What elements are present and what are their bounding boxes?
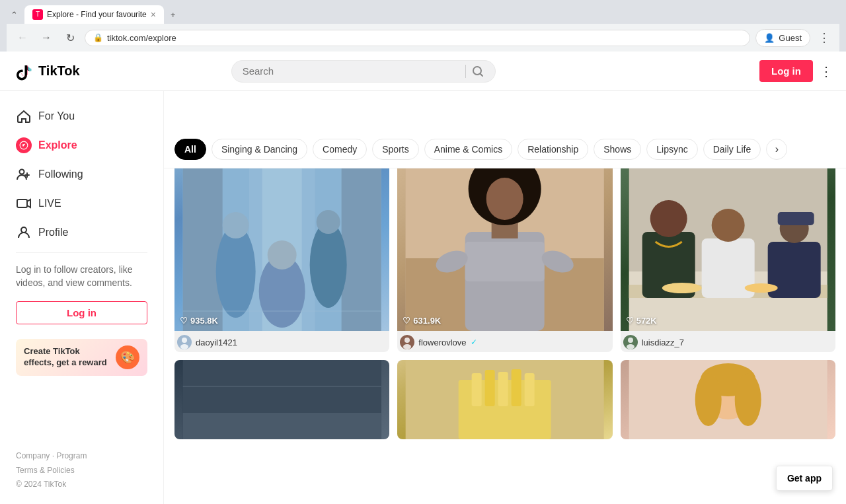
- author-name-3: luisdiazz_7: [642, 338, 684, 347]
- tab-anime-comics[interactable]: Anime & Comics: [424, 139, 512, 160]
- video-likes-1: ♡ 935.8K: [180, 316, 218, 326]
- video-card-4[interactable]: [174, 360, 389, 439]
- sidebar-promo-banner[interactable]: Create TikTok effects, get a reward 🎨: [16, 339, 147, 376]
- svg-point-41: [711, 209, 744, 242]
- guest-button[interactable]: 👤 Guest: [755, 29, 810, 47]
- url-text: tiktok.com/explore: [107, 33, 742, 43]
- tab-singing-dancing[interactable]: Singing & Dancing: [212, 139, 307, 160]
- tab-relationship[interactable]: Relationship: [518, 139, 588, 160]
- svg-point-64: [734, 373, 761, 426]
- sidebar-for-you-label: For You: [38, 110, 75, 122]
- reload-button[interactable]: ↻: [61, 28, 79, 47]
- svg-point-28: [486, 178, 523, 220]
- tab-comedy[interactable]: Comedy: [313, 139, 367, 160]
- heart-icon-1: ♡: [180, 316, 188, 326]
- sidebar-login-button[interactable]: Log in: [16, 301, 147, 324]
- profile-icon: [16, 225, 32, 240]
- new-tab-button[interactable]: +: [167, 7, 180, 22]
- video-grid: ♡ 935.8K daoyil1421: [164, 129, 846, 450]
- video-likes-2: ♡ 631.9K: [403, 316, 441, 326]
- video-card-5[interactable]: [397, 360, 612, 439]
- sidebar-item-following[interactable]: Following: [5, 160, 158, 189]
- tab-sports[interactable]: Sports: [372, 139, 418, 160]
- promo-text: Create TikTok effects, get a reward: [24, 346, 110, 369]
- search-button[interactable]: [471, 65, 484, 78]
- author-name-1: daoyil1421: [196, 338, 237, 347]
- sidebar-divider: [16, 252, 147, 253]
- search-divider: [465, 65, 466, 78]
- video-card-1[interactable]: ♡ 935.8K daoyil1421: [174, 139, 389, 352]
- svg-point-16: [317, 210, 340, 234]
- svg-rect-56: [485, 370, 495, 406]
- logo-area[interactable]: TikTok: [13, 61, 99, 82]
- guest-avatar-icon: 👤: [764, 33, 775, 43]
- tab-favicon: T: [32, 9, 43, 20]
- verified-badge-2: ✓: [471, 338, 477, 347]
- app-header: TikTok Log in ⋮: [0, 52, 846, 91]
- tab-lipsync[interactable]: Lipsync: [646, 139, 697, 160]
- svg-point-48: [627, 344, 634, 349]
- svg-point-13: [216, 225, 256, 318]
- video-likes-3: ♡ 572K: [626, 316, 657, 326]
- svg-point-39: [650, 200, 687, 237]
- author-avatar-1: [177, 335, 192, 349]
- sidebar-item-for-you[interactable]: For You: [5, 102, 158, 131]
- tab-shows[interactable]: Shows: [594, 139, 641, 160]
- back-button[interactable]: ←: [13, 28, 32, 47]
- svg-point-14: [223, 212, 249, 238]
- tab-all[interactable]: All: [174, 139, 206, 160]
- sidebar-item-explore[interactable]: Explore: [5, 131, 158, 160]
- heart-icon-2: ♡: [403, 316, 410, 326]
- svg-point-46: [744, 283, 777, 293]
- get-app-button[interactable]: Get app: [776, 466, 833, 491]
- video-thumbnail-4: [174, 360, 389, 439]
- author-avatar-3: [623, 335, 638, 349]
- forward-button[interactable]: →: [37, 28, 56, 47]
- logo-text: TikTok: [38, 63, 80, 79]
- video-scene-5: [397, 360, 612, 439]
- video-card-6[interactable]: [621, 360, 835, 439]
- svg-point-5: [20, 170, 24, 174]
- tab-daily-life[interactable]: Daily Life: [703, 139, 761, 160]
- live-icon: [16, 196, 32, 211]
- main-layout: For You Explore Following: [0, 91, 846, 504]
- tab-list-button[interactable]: ⌃: [7, 7, 22, 22]
- svg-rect-58: [512, 369, 521, 406]
- sidebar-item-live[interactable]: LIVE: [5, 189, 158, 218]
- svg-point-45: [662, 283, 701, 293]
- video-card-3[interactable]: ♡ 572K luisdiazz_7: [621, 139, 835, 352]
- header-right: Log in ⋮: [759, 60, 833, 82]
- login-button[interactable]: Log in: [759, 60, 813, 82]
- explore-icon: [16, 137, 32, 153]
- tiktok-logo-icon: [13, 61, 34, 82]
- video-thumbnail-5: [397, 360, 612, 439]
- footer-program-link[interactable]: Program: [56, 451, 87, 460]
- browser-chrome: ⌃ T Explore - Find your favourite × + ← …: [0, 0, 846, 52]
- following-icon: [16, 166, 32, 182]
- footer-terms-link[interactable]: Terms & Policies: [16, 466, 75, 475]
- content-area: All Singing & Dancing Comedy Sports Anim…: [164, 91, 846, 504]
- lock-icon: 🔒: [93, 33, 103, 42]
- sidebar-item-profile[interactable]: Profile: [5, 218, 158, 247]
- sidebar-live-label: LIVE: [38, 198, 61, 209]
- address-bar[interactable]: 🔒 tiktok.com/explore: [85, 30, 750, 46]
- tab-title: Explore - Find your favourite: [47, 10, 147, 19]
- video-card-2[interactable]: ♡ 631.9K flowerovlove ✓: [397, 139, 612, 352]
- tab-close-button[interactable]: ×: [151, 9, 156, 20]
- svg-rect-59: [525, 373, 535, 406]
- sidebar-login-text: Log in to follow creators, like videos, …: [5, 258, 158, 295]
- guest-label: Guest: [779, 33, 802, 43]
- svg-point-63: [695, 373, 721, 426]
- search-bar[interactable]: [231, 60, 496, 83]
- more-options-button[interactable]: ⋮: [820, 63, 833, 79]
- browser-menu-button[interactable]: ⋮: [816, 28, 833, 48]
- svg-point-47: [628, 338, 633, 343]
- tabs-next-button[interactable]: ›: [766, 139, 787, 160]
- footer-company-link[interactable]: Company: [16, 451, 50, 460]
- browser-tab[interactable]: T Explore - Find your favourite ×: [24, 5, 164, 24]
- svg-marker-4: [22, 144, 26, 147]
- author-avatar-2: [400, 335, 414, 349]
- author-name-2: flowerovlove: [418, 338, 466, 347]
- search-input[interactable]: [243, 65, 460, 77]
- svg-point-15: [310, 222, 347, 308]
